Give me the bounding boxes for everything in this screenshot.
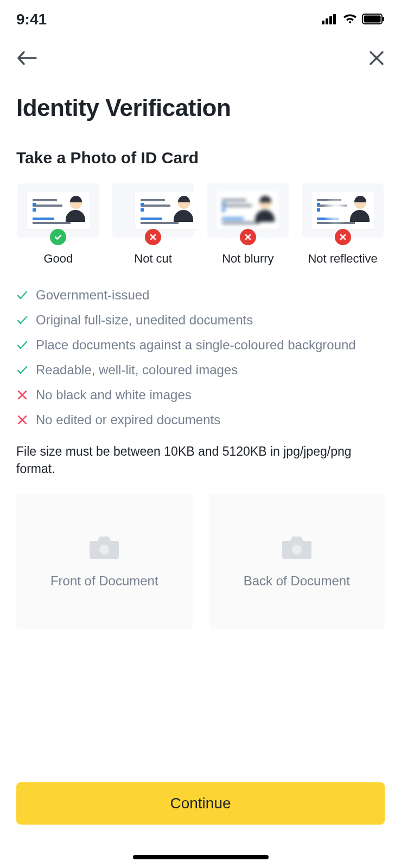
example-label: Good (43, 252, 73, 266)
upload-section: Front of Document Back of Document (16, 494, 385, 629)
wifi-icon (342, 11, 358, 28)
page-title: Identity Verification (16, 94, 385, 122)
svg-point-8 (292, 545, 302, 554)
camera-icon (89, 534, 119, 563)
rules-list: Government-issued Original full-size, un… (16, 288, 385, 427)
rule-item: Original full-size, unedited documents (16, 312, 385, 328)
example-label: Not cut (134, 252, 172, 266)
rule-item: Place documents against a single-coloure… (16, 337, 385, 353)
battery-icon (362, 11, 385, 28)
check-icon (16, 364, 28, 376)
photo-examples: Good Not cut (16, 183, 385, 266)
rule-item: Government-issued (16, 288, 385, 303)
rule-item: Readable, well-lit, coloured images (16, 362, 385, 378)
nav-bar (0, 34, 401, 74)
check-icon (16, 314, 28, 326)
check-icon (16, 289, 28, 301)
cross-icon (16, 414, 28, 426)
example-label: Not reflective (308, 252, 377, 266)
upload-front-button[interactable]: Front of Document (16, 494, 193, 629)
file-size-note: File size must be between 10KB and 5120K… (16, 443, 385, 477)
upload-back-button[interactable]: Back of Document (209, 494, 385, 629)
status-indicators (322, 11, 385, 28)
example-label: Not blurry (222, 252, 273, 266)
camera-icon (282, 534, 312, 563)
status-bar: 9:41 (0, 0, 401, 34)
continue-label: Continue (170, 795, 231, 812)
rule-text: Government-issued (36, 288, 149, 303)
example-not-cut: Not cut (111, 183, 195, 266)
rule-text: Original full-size, unedited documents (36, 312, 253, 328)
main-content: Identity Verification Take a Photo of ID… (0, 94, 401, 629)
svg-point-7 (99, 545, 109, 554)
rule-text: No edited or expired documents (36, 412, 220, 427)
close-button[interactable] (368, 50, 385, 68)
rule-text: Readable, well-lit, coloured images (36, 362, 238, 378)
signal-icon (322, 11, 338, 28)
upload-front-label: Front of Document (50, 573, 158, 589)
cross-icon (145, 229, 161, 245)
rule-text: Place documents against a single-coloure… (36, 337, 356, 353)
page-subtitle: Take a Photo of ID Card (16, 149, 385, 167)
rule-item: No edited or expired documents (16, 412, 385, 427)
check-icon (50, 229, 66, 245)
svg-rect-3 (333, 14, 336, 24)
cross-icon (16, 389, 28, 401)
svg-rect-5 (364, 16, 381, 23)
example-good: Good (16, 183, 100, 266)
status-time: 9:41 (16, 11, 47, 28)
continue-button[interactable]: Continue (16, 782, 385, 825)
svg-rect-6 (383, 17, 384, 21)
home-indicator[interactable] (133, 855, 269, 859)
svg-rect-2 (329, 16, 332, 24)
cross-icon (335, 229, 351, 245)
rule-text: No black and white images (36, 387, 192, 403)
back-button[interactable] (16, 50, 37, 68)
example-not-blurry: Not blurry (206, 183, 290, 266)
check-icon (16, 339, 28, 351)
upload-back-label: Back of Document (244, 573, 350, 589)
cross-icon (240, 229, 256, 245)
rule-item: No black and white images (16, 387, 385, 403)
svg-rect-1 (326, 18, 328, 24)
svg-rect-0 (322, 21, 324, 24)
example-not-reflective: Not reflective (301, 183, 385, 266)
